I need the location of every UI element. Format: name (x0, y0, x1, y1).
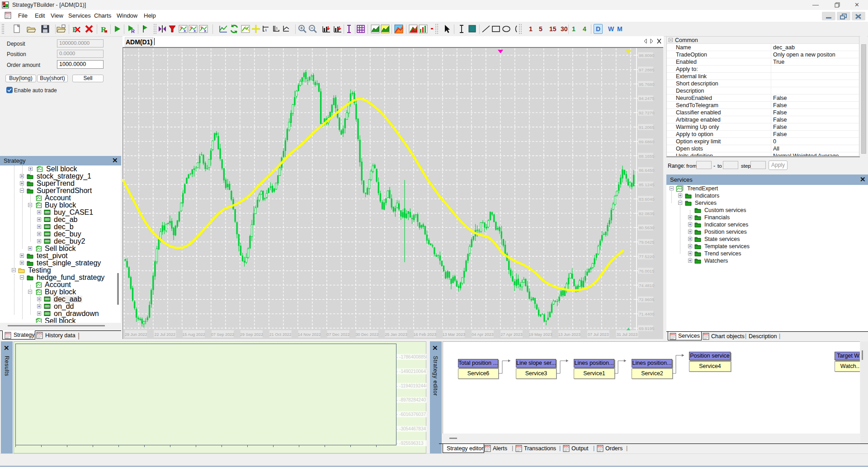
svg-text:98.8090: 98.8090 (639, 53, 654, 58)
svg-text:DOC: DOC (516, 446, 522, 448)
svg-text:29 Sep 2022: 29 Sep 2022 (240, 332, 263, 337)
svg-text:1: 1 (265, 28, 267, 32)
svg-text:04 Apr 2023: 04 Apr 2023 (472, 332, 494, 337)
svg-text:07 Dec 2022: 07 Dec 2022 (327, 332, 350, 337)
svg-text:DOC: DOC (703, 334, 709, 336)
svg-text:X: X (204, 29, 207, 33)
svg-text:72.9605: 72.9605 (639, 297, 654, 302)
svg-text:X: X (193, 29, 196, 33)
svg-text:DOC: DOC (598, 446, 603, 448)
svg-text:89.6860: 89.6860 (639, 139, 654, 144)
svg-text:DOC: DOC (5, 13, 11, 15)
svg-text:21 Oct 2022: 21 Oct 2022 (269, 332, 292, 337)
svg-text:13 Mar 2023: 13 Mar 2023 (442, 332, 465, 337)
svg-text:88.1655: 88.1655 (639, 154, 654, 159)
svg-text:69.9195: 69.9195 (639, 326, 654, 331)
svg-text:30 Dec 2022: 30 Dec 2022 (355, 332, 378, 337)
svg-text:82.0835: 82.0835 (639, 211, 654, 216)
svg-text:R: R (131, 28, 135, 34)
svg-text:85.1245: 85.1245 (639, 182, 654, 187)
svg-text:DOC: DOC (37, 333, 42, 335)
svg-text:94.2475: 94.2475 (639, 96, 654, 101)
svg-text:31 Jul 2023: 31 Jul 2023 (617, 332, 638, 337)
svg-text:T: T (180, 26, 182, 30)
svg-text:97.2885: 97.2885 (639, 67, 654, 72)
svg-text:95.7680: 95.7680 (639, 82, 654, 87)
svg-text:74.4810: 74.4810 (639, 283, 654, 288)
svg-text:T: T (200, 26, 203, 30)
svg-text:83.6040: 83.6040 (639, 197, 654, 202)
svg-text:X: X (184, 29, 186, 33)
svg-text:07 Jul 2023: 07 Jul 2023 (588, 332, 609, 337)
svg-text:1: 1 (276, 26, 278, 30)
svg-text:71.4400: 71.4400 (639, 311, 654, 316)
svg-text:79.0425: 79.0425 (639, 240, 654, 245)
svg-text:14 Nov 2022: 14 Nov 2022 (298, 332, 321, 337)
svg-text:22 Jul 2022: 22 Jul 2022 (154, 332, 175, 337)
svg-text:DOC: DOC (564, 446, 569, 448)
svg-text:86.6450: 86.6450 (639, 168, 654, 173)
svg-text:29 Jun 2022: 29 Jun 2022 (125, 332, 147, 337)
svg-text:DOC: DOC (485, 446, 491, 448)
svg-text:DOC: DOC (670, 334, 676, 336)
svg-text:07 Sep 2022: 07 Sep 2022 (211, 332, 234, 337)
svg-text:15 Aug 2022: 15 Aug 2022 (182, 332, 205, 337)
svg-text:16 Feb 2023: 16 Feb 2023 (414, 332, 437, 337)
svg-text:DOC: DOC (5, 333, 11, 335)
svg-text:77.5220: 77.5220 (639, 254, 654, 259)
svg-text:R: R (101, 25, 107, 34)
svg-text:76.0015: 76.0015 (639, 269, 654, 274)
svg-text:F: F (72, 25, 77, 34)
svg-text:92.7270: 92.7270 (639, 110, 654, 115)
svg-text:25 Jan 2023: 25 Jan 2023 (385, 332, 407, 337)
svg-text:19 May 2023: 19 May 2023 (528, 332, 552, 337)
svg-text:27 Apr 2023: 27 Apr 2023 (500, 332, 523, 337)
svg-text:80.5630: 80.5630 (639, 225, 654, 230)
svg-text:91.2065: 91.2065 (639, 125, 654, 130)
svg-text:T: T (190, 26, 192, 30)
svg-text:13 Jun 2023: 13 Jun 2023 (558, 332, 581, 337)
